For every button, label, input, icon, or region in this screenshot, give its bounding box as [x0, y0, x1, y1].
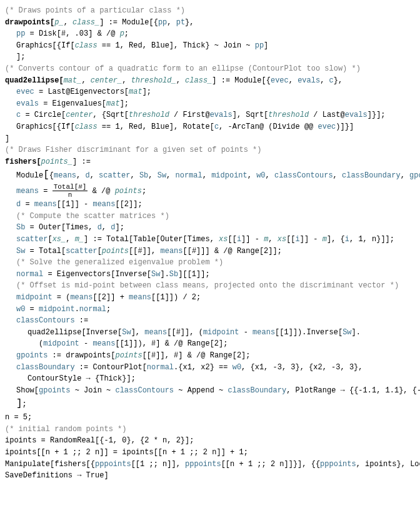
code-line: classBoundary := ContourPlot[normal.{x1,…: [5, 362, 415, 374]
code-line: w0 = midpoint.normal;: [5, 304, 415, 316]
code-line: Manipulate[fishers[{pppoints[[1 ;; n]], …: [5, 459, 415, 471]
code-line: Show[gpoints ~ Join ~ classContours ~ Ap…: [5, 385, 415, 397]
code-line: Graphics[{If[class == 1, Red, Blue], Thi…: [5, 40, 415, 52]
comment: (* Compute the scatter matrices *): [5, 211, 415, 222]
comment: (* initial random points *): [5, 424, 415, 436]
code-line: n = 5;: [5, 412, 415, 424]
code-line: (midpoint - means[[1]]), #] & /@ Range[2…: [5, 338, 415, 350]
code-line: means = Total[#]n & /@ points;: [5, 183, 415, 199]
code-line: c = Circle[center, {Sqrt[threshold / Fir…: [5, 109, 415, 121]
comment: (* Draws Fisher discriminant for a given…: [5, 144, 415, 156]
code-line: quad2ellipse[Inverse[Sw], means[[#]], (m…: [5, 327, 415, 339]
comment: (* Converts contour of a quadratic form …: [5, 63, 415, 75]
code-line: ipoints[[n + 1 ;; 2 n]] = ipoints[[n + 1…: [5, 447, 415, 459]
code-line: ipoints = RandomReal[{-1, 0}, {2 * n, 2}…: [5, 435, 415, 447]
code-line: midpoint = (means[[2]] + means[[1]]) / 2…: [5, 292, 415, 304]
code-line: ];: [5, 396, 415, 412]
code-line: ContourStyle → {Thick}];: [5, 373, 415, 385]
code-line: Module[{means, d, scatter, Sb, Sw, norma…: [5, 167, 415, 183]
code-line: d = means[[1]] - means[[2]];: [5, 199, 415, 211]
code-line: ];: [5, 51, 415, 63]
code-line: ]: [5, 133, 415, 145]
code-line: classContours :=: [5, 315, 415, 327]
code-line: normal = Eigenvectors[Inverse[Sw].Sb][[1…: [5, 269, 415, 281]
comment: (* Draws points of a particular class *): [5, 5, 415, 17]
code-line: Sw = Total[scatter[points[[#]], means[[#…: [5, 246, 415, 257]
code-line: pp = Disk[#, .03] & /@ p;: [5, 28, 415, 40]
code-line: drawpoints[p_, class_] := Module[{pp, pt…: [5, 17, 415, 29]
comment: (* Solve the generalized eigenvalue prob…: [5, 257, 415, 269]
code-line: gpoints := drawpoints[points[[#]], #] & …: [5, 350, 415, 362]
code-line: SaveDefinitions → True]: [5, 470, 415, 482]
code-line: evec = Last@Eigenvectors[mat];: [5, 86, 415, 98]
code-line: scatter[xs_, m_] := Total[Table[Outer[Ti…: [5, 234, 415, 246]
code-block: (* Draws points of a particular class *)…: [5, 5, 415, 482]
code-line: quad2ellipse[mat_, center_, threshold_, …: [5, 75, 415, 87]
code-line: Graphics[{If[class == 1, Red, Blue], Rot…: [5, 121, 415, 133]
code-line: Sb = Outer[Times, d, d];: [5, 222, 415, 234]
code-line: evals = Eigenvalues[mat];: [5, 98, 415, 110]
comment: (* Offset is mid-point between class mea…: [5, 280, 415, 292]
code-line: fishers[points_] :=: [5, 156, 415, 168]
